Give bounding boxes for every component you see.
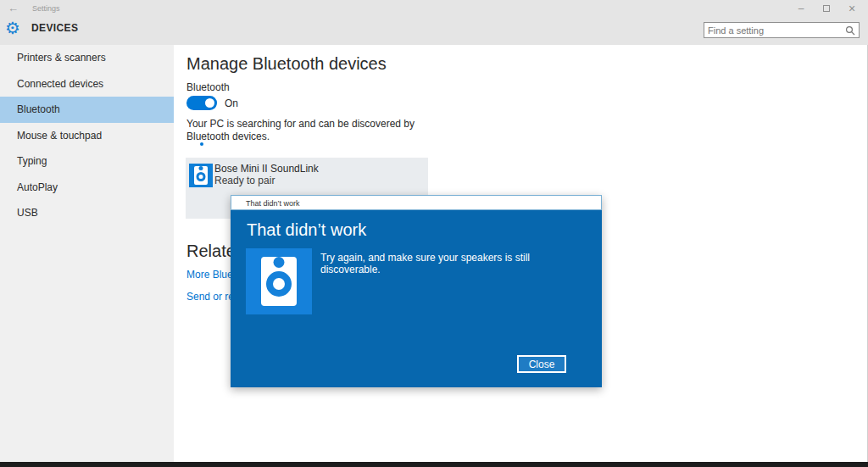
content-title: Manage Bluetooth devices [186,54,387,74]
speaker-tweeter-shape [274,257,285,268]
window-controls: – × [788,2,865,15]
sidebar-item-printers-scanners[interactable]: Printers & scanners [0,45,174,71]
bluetooth-toggle[interactable] [186,96,217,110]
speaker-woofer-shape [266,271,292,297]
device-status: Ready to pair [214,175,275,186]
dialog-message: Try again, and make sure your speakers i… [320,252,587,275]
gear-icon: ⚙ [5,19,20,36]
sidebar-item-mouse-touchpad[interactable]: Mouse & touchpad [0,123,174,149]
restore-box-icon [823,5,830,12]
restore-icon[interactable] [814,2,839,15]
dialog-titlebar-text: That didn’t work [246,196,300,211]
dialog-heading: That didn’t work [247,220,366,240]
dialog-body: That didn’t work Try again, and make sur… [231,210,602,387]
settings-window: ← Settings – × ⚙ DEVICES Printers & scan… [0,0,868,467]
speaker-tweeter-shape [199,166,203,170]
close-button[interactable]: Close [517,355,566,373]
close-window-icon[interactable]: × [839,2,865,15]
page-header: ⚙ DEVICES [5,19,78,36]
sidebar-item-autoplay[interactable]: AutoPlay [0,175,174,201]
search-box[interactable] [704,22,860,38]
progress-dot-icon [200,142,203,146]
sidebar-item-connected-devices[interactable]: Connected devices [0,71,174,97]
sidebar-item-usb[interactable]: USB [0,200,174,226]
taskbar-strip [0,462,868,467]
sidebar-item-typing[interactable]: Typing [0,148,174,175]
bluetooth-toggle-label: Bluetooth [186,81,230,93]
window-title: Settings [32,4,60,13]
sidebar: Printers & scanners Connected devices Bl… [0,45,174,462]
minimize-icon[interactable]: – [788,2,814,15]
toggle-state-text: On [225,97,238,109]
speaker-woofer-shape [197,172,206,181]
sidebar-item-bluetooth[interactable]: Bluetooth [0,97,174,123]
toggle-knob-icon [205,98,214,108]
dialog-speaker-icon [246,248,312,314]
speaker-icon [189,164,213,187]
search-icon[interactable] [845,25,855,36]
search-status-text: Your PC is searching for and can be disc… [186,118,426,143]
title-header-band: ← Settings – × ⚙ DEVICES [0,0,868,45]
page-title: DEVICES [31,22,78,34]
dialog-titlebar: That didn’t work [231,195,602,210]
that-didnt-work-dialog: That didn’t work That didn’t work Try ag… [231,195,602,387]
search-input[interactable] [704,24,845,36]
back-icon[interactable]: ← [8,2,19,14]
device-name: Bose Mini II SoundLink [214,163,319,175]
